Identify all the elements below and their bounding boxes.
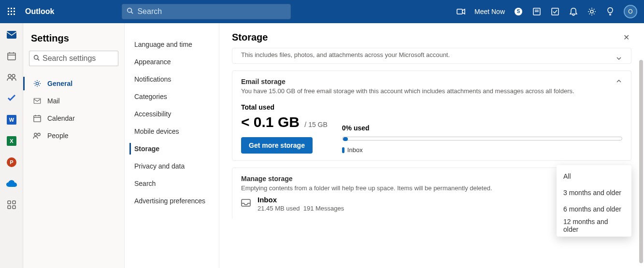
folder-meta: 21.45 MB used 191 Messages [258, 205, 579, 212]
rail-excel-icon[interactable]: X [6, 135, 17, 147]
svg-line-39 [38, 59, 39, 60]
email-storage-desc: You have 15.00 GB of free email storage … [241, 87, 622, 95]
legend-dot [342, 147, 344, 153]
settings-search-input[interactable]: Search settings [29, 51, 118, 66]
overall-storage-card: This includes files, photos, and attachm… [232, 48, 631, 64]
global-search-input[interactable]: Search [122, 4, 291, 19]
left-rail: W X P [0, 23, 23, 268]
svg-rect-3 [8, 11, 9, 12]
subnav-notifications[interactable]: Notifications [125, 71, 219, 88]
folder-used: 21.45 MB used [258, 205, 300, 212]
folder-name: Inbox [258, 196, 579, 204]
onenote-icon[interactable] [532, 7, 542, 16]
chevron-down-icon[interactable] [615, 55, 622, 64]
subnav-storage[interactable]: Storage [125, 140, 219, 157]
dropdown-item-all[interactable]: All [557, 168, 631, 184]
svg-line-10 [131, 12, 133, 14]
settings-nav-label: People [47, 132, 69, 140]
settings-nav-general[interactable]: General [29, 75, 118, 92]
dropdown-item-6mo[interactable]: 6 months and older [557, 201, 631, 217]
rail-apps-icon[interactable] [6, 199, 17, 211]
subnav-search[interactable]: Search [125, 175, 219, 192]
close-icon[interactable]: ✕ [623, 33, 630, 42]
svg-rect-8 [14, 14, 15, 15]
svg-rect-11 [457, 9, 462, 14]
chevron-up-icon[interactable] [615, 78, 622, 86]
bell-icon[interactable] [569, 7, 578, 16]
rail-mail-icon[interactable] [6, 29, 17, 41]
meet-now-button[interactable]: Meet Now [474, 8, 505, 15]
search-icon [127, 7, 133, 16]
global-search-placeholder: Search [137, 7, 162, 16]
subnav-advertising[interactable]: Advertising preferences [125, 192, 219, 210]
svg-text:W: W [9, 117, 14, 123]
svg-rect-0 [8, 8, 9, 9]
total-used-label: Total used [241, 103, 328, 111]
email-storage-card: Email storage You have 15.00 GB of free … [232, 71, 631, 161]
mail-icon [33, 97, 42, 105]
svg-rect-36 [8, 206, 11, 209]
app-header: Outlook Search Meet Now S O [0, 0, 644, 23]
svg-rect-34 [8, 201, 11, 204]
gear-icon[interactable] [587, 7, 597, 16]
svg-point-46 [34, 133, 37, 136]
lightbulb-icon[interactable] [605, 7, 615, 16]
svg-rect-41 [34, 99, 41, 104]
percent-used-label: 0% used [342, 124, 622, 132]
svg-point-18 [590, 10, 593, 13]
settings-sidebar: Settings Search settings General Mail Ca… [23, 23, 125, 268]
todo-icon[interactable] [550, 7, 560, 16]
total-used-of: / 15 GB [304, 121, 327, 128]
svg-point-40 [36, 82, 38, 85]
subnav-accessibility[interactable]: Accessibility [125, 105, 219, 123]
svg-rect-48 [242, 199, 250, 206]
rail-onedrive-icon[interactable] [6, 178, 17, 189]
subnav-categories[interactable]: Categories [125, 88, 219, 105]
svg-rect-2 [14, 8, 15, 9]
get-more-storage-button[interactable]: Get more storage [241, 137, 313, 154]
storage-legend: Inbox [342, 146, 622, 154]
rail-calendar-icon[interactable] [6, 50, 17, 62]
svg-text:P: P [10, 159, 13, 165]
dropdown-item-12mo[interactable]: 12 months and older [557, 217, 631, 234]
svg-point-47 [38, 133, 40, 136]
svg-point-9 [128, 8, 132, 13]
header-right: Meet Now S O [456, 5, 640, 18]
meet-video-icon[interactable] [456, 7, 466, 16]
skype-icon[interactable]: S [514, 7, 523, 16]
settings-nav-mail[interactable]: Mail [29, 92, 118, 110]
rail-todo-icon[interactable] [6, 93, 17, 104]
svg-rect-1 [11, 8, 12, 9]
svg-rect-35 [13, 201, 15, 204]
svg-rect-5 [14, 11, 15, 12]
folder-count: 191 Messages [303, 205, 344, 212]
dropdown-item-3mo[interactable]: 3 months and older [557, 184, 631, 201]
scrollbar[interactable] [639, 60, 643, 263]
account-avatar[interactable]: O [624, 5, 637, 18]
svg-rect-21 [7, 31, 16, 39]
settings-nav-people[interactable]: People [29, 127, 118, 144]
settings-nav-calendar[interactable]: Calendar [29, 110, 118, 127]
subnav-language[interactable]: Language and time [125, 36, 219, 53]
settings-search-placeholder: Search settings [43, 54, 96, 63]
subnav-privacy[interactable]: Privacy and data [125, 157, 219, 175]
rail-powerpoint-icon[interactable]: P [6, 156, 17, 168]
gear-icon [33, 79, 42, 88]
storage-progress-fill [343, 137, 348, 141]
settings-title: Settings [29, 33, 118, 44]
app-launcher-icon[interactable] [4, 4, 19, 19]
subnav-mobile[interactable]: Mobile devices [125, 123, 219, 140]
svg-text:X: X [10, 138, 14, 144]
subnav-appearance[interactable]: Appearance [125, 53, 219, 71]
email-storage-title: Email storage [241, 78, 622, 85]
rail-word-icon[interactable]: W [6, 114, 17, 126]
svg-rect-4 [11, 11, 12, 12]
svg-rect-6 [8, 14, 9, 15]
svg-rect-37 [13, 206, 15, 209]
rail-people-icon[interactable] [6, 71, 17, 83]
svg-rect-42 [34, 116, 41, 122]
settings-nav-label: Mail [47, 97, 60, 105]
overall-storage-note: This includes files, photos, and attachm… [241, 51, 622, 58]
svg-text:S: S [517, 9, 520, 14]
brand-label: Outlook [25, 7, 54, 16]
